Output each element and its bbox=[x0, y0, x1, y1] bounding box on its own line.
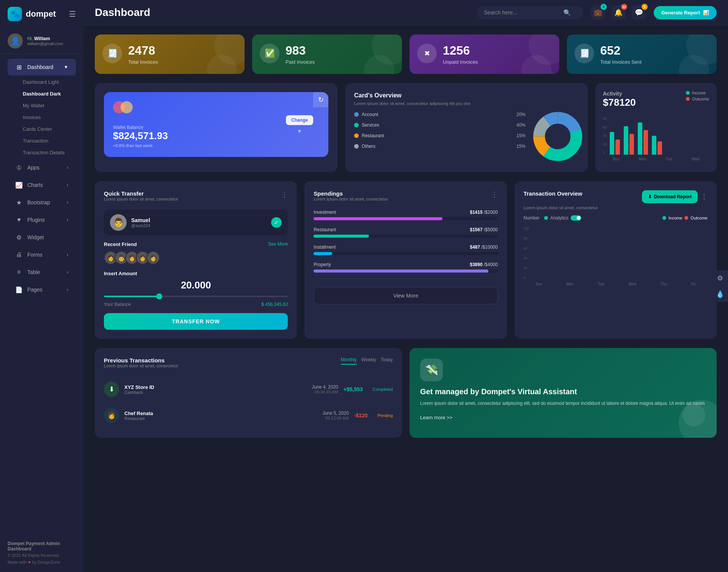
download-report-button[interactable]: ⬇ Download Report bbox=[642, 190, 698, 203]
spending-installment-header: Installment $487 /$10000 bbox=[314, 244, 497, 250]
txn-actions: ⬇ Download Report ⋮ bbox=[642, 190, 708, 203]
refresh-button[interactable]: ↻ bbox=[313, 92, 328, 107]
copyright-text: © 2021 All Rights Reserved bbox=[8, 553, 76, 558]
spending-label-restaurant: Restaurant bbox=[314, 227, 336, 232]
header: Dashboard 🔍 💼 2 🔔 12 💬 5 Generate Report… bbox=[83, 0, 728, 25]
theme-action-button[interactable]: 💧 bbox=[712, 286, 728, 302]
change-button[interactable]: Change bbox=[286, 115, 313, 125]
legend-label-account: Account bbox=[362, 112, 513, 117]
cards-overview-title: Card's Overview bbox=[354, 92, 579, 99]
txn-type-1: Cashback bbox=[124, 390, 154, 395]
spending-investment-header: Investment $1415 /$2000 bbox=[314, 210, 497, 215]
pie-chart bbox=[533, 112, 579, 157]
sidebar-item-label: Apps bbox=[27, 165, 39, 171]
submenu-dashboard-light[interactable]: Dashboard Light bbox=[11, 76, 80, 88]
submenu-transaction[interactable]: Transaction bbox=[11, 135, 80, 147]
toggle-switch[interactable] bbox=[571, 215, 581, 221]
txn-type-2: Restaurant bbox=[124, 416, 153, 421]
total-invoices-icon: 🧾 bbox=[102, 44, 122, 63]
submenu-invoices[interactable]: Invoices bbox=[11, 111, 80, 123]
filter-today[interactable]: Today bbox=[381, 357, 393, 365]
activity-info: Activity $78120 bbox=[603, 91, 636, 108]
income-outcome-legend: Income Outcome bbox=[662, 216, 708, 220]
bottom-row: Quick Transfer Lorem ipsum dolor sit ame… bbox=[95, 181, 717, 339]
submenu-cards-center[interactable]: Cards Center bbox=[11, 123, 80, 135]
messages-button[interactable]: 💬 5 bbox=[632, 5, 646, 20]
sidebar-item-dashboard[interactable]: ⊞ Dashboard ▼ bbox=[8, 59, 76, 75]
submenu-my-wallet[interactable]: My Wallet bbox=[11, 100, 80, 111]
activity-card: Activity $78120 Income Outcome bbox=[595, 83, 717, 172]
legend-list: Account 20% Services 40% Restaurant 15% bbox=[354, 112, 526, 157]
wallet-button[interactable]: 💼 2 bbox=[591, 5, 605, 20]
sidebar-item-bootstrap[interactable]: ★ Bootstrap › bbox=[8, 194, 76, 211]
prev-transactions: Previous Transactions Lorem ipsum dolor … bbox=[95, 348, 402, 438]
bar-sun-outcome bbox=[615, 139, 620, 155]
legend-account: Account 20% bbox=[354, 112, 526, 117]
sidebar-item-label: Forms bbox=[27, 252, 42, 258]
user-email: william@gmail.com bbox=[27, 41, 63, 46]
sidebar-item-plugins[interactable]: ♥ Plugins › bbox=[8, 212, 76, 228]
activity-chart: 020406080 bbox=[603, 113, 709, 155]
see-more-link[interactable]: See More bbox=[268, 241, 288, 247]
va-learn-more[interactable]: Learn more >> bbox=[420, 415, 706, 420]
bootstrap-icon: ★ bbox=[15, 199, 23, 206]
sidebar-item-forms[interactable]: 🖨 Forms › bbox=[8, 246, 76, 263]
generate-report-button[interactable]: Generate Report 📊 bbox=[654, 6, 717, 19]
bar-group-tue bbox=[638, 122, 648, 155]
more-options-button[interactable]: ⋮ bbox=[281, 190, 288, 199]
legend-dot-services bbox=[354, 123, 359, 127]
stat-info-sent: 652 Total Invoices Sent bbox=[600, 44, 642, 65]
spendings-more-button[interactable]: ⋮ bbox=[491, 190, 498, 199]
sidebar-item-apps[interactable]: ① Apps › bbox=[8, 159, 76, 176]
sidebar-item-pages[interactable]: 📄 Pages › bbox=[8, 281, 76, 298]
view-more-button[interactable]: View More bbox=[314, 287, 497, 304]
notifications-button[interactable]: 🔔 12 bbox=[611, 5, 626, 20]
legend-pct-account: 20% bbox=[516, 112, 526, 117]
svg-point-4 bbox=[539, 118, 576, 155]
submenu-transaction-details[interactable]: Transaction Details bbox=[11, 147, 80, 158]
txn-filters: Number Analytics Income Outcome bbox=[524, 215, 708, 221]
check-icon: ✓ bbox=[271, 217, 282, 228]
spendings-title: Spendings bbox=[314, 190, 388, 197]
filter-weekly[interactable]: Weekly bbox=[361, 357, 376, 365]
logo-icon: 🐾 bbox=[8, 7, 22, 21]
forms-icon: 🖨 bbox=[15, 251, 23, 259]
bar-group-wed bbox=[652, 136, 662, 155]
va-title: Get managed by Dompet's Virtual Assistan… bbox=[420, 387, 706, 396]
spending-values-restaurant: $1567 /$5000 bbox=[470, 227, 497, 232]
search-input[interactable] bbox=[484, 9, 560, 16]
transfer-now-button[interactable]: TRANSFER NOW bbox=[104, 313, 288, 330]
bar-wed-outcome bbox=[657, 141, 662, 155]
sidebar-logo: 🐾 dompet ☰ bbox=[0, 0, 83, 28]
notifications-badge: 12 bbox=[621, 4, 627, 10]
hamburger-icon[interactable]: ☰ bbox=[69, 9, 76, 19]
sidebar-item-charts[interactable]: 📈 Charts › bbox=[8, 177, 76, 193]
sidebar-item-table[interactable]: ≡ Table › bbox=[8, 264, 76, 281]
header-icons: 💼 2 🔔 12 💬 5 bbox=[591, 5, 646, 20]
txn-status-1: Completed bbox=[373, 387, 393, 392]
analytics-toggle[interactable]: Analytics bbox=[544, 215, 581, 221]
spendings-subtitle: Lorem ipsum dolor sit amet, consectetur bbox=[314, 197, 388, 201]
amount-slider[interactable] bbox=[104, 296, 288, 297]
sidebar-item-widget[interactable]: ⚙ Widget bbox=[8, 229, 76, 246]
recent-friends-label: Recent Friend bbox=[104, 241, 137, 247]
dashboard-icon: ⊞ bbox=[15, 63, 23, 71]
txn-amount-2: -$120 bbox=[354, 412, 368, 418]
table-row: ⬇ XYZ Store ID Cashback June 4, 2020 05:… bbox=[104, 376, 393, 403]
legend-dot-restaurant bbox=[354, 133, 359, 138]
total-invoices-value: 2478 bbox=[128, 44, 158, 58]
user-name: William bbox=[34, 36, 50, 41]
sent-invoices-value: 652 bbox=[600, 44, 642, 58]
table-icon: ≡ bbox=[15, 268, 23, 276]
txn-more-button[interactable]: ⋮ bbox=[701, 193, 708, 201]
spending-label-installment: Installment bbox=[314, 244, 336, 250]
settings-action-button[interactable]: ⚙ bbox=[712, 270, 728, 286]
submenu-dashboard-dark[interactable]: Dashboard Dark bbox=[11, 88, 80, 100]
filter-monthly[interactable]: Monthly bbox=[341, 357, 357, 365]
chevron-down-icon: ▼ bbox=[297, 128, 302, 134]
spending-property: Property $3890 /$4000 bbox=[314, 262, 497, 273]
made-with: Made with ♥ by DesignZone bbox=[8, 560, 76, 564]
spending-restaurant-header: Restaurant $1567 /$5000 bbox=[314, 227, 497, 232]
legend-label-services: Services bbox=[362, 122, 513, 128]
cards-overview-subtitle: Lorem ipsum dolor sit amet, consectetur … bbox=[354, 101, 579, 106]
